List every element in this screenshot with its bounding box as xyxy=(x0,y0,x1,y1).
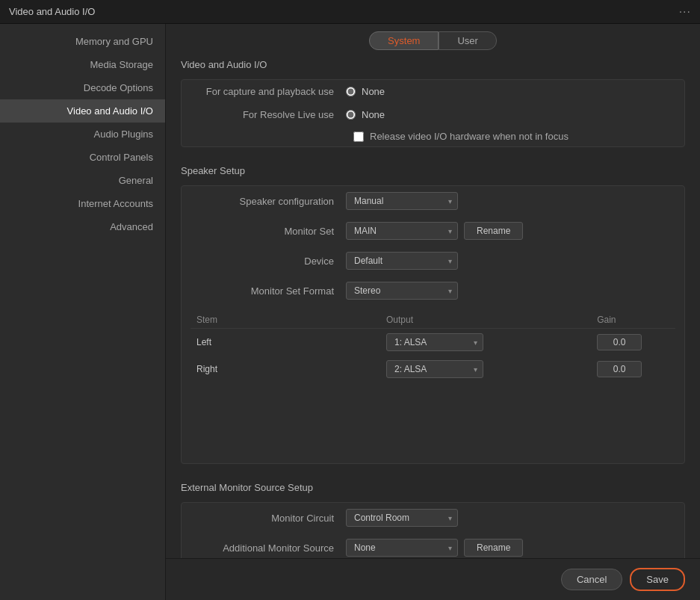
capture-radio[interactable] xyxy=(346,87,356,96)
output-left-select-wrap: 1: ALSA 2: ALSA ▾ xyxy=(386,333,483,351)
release-hardware-checkbox[interactable] xyxy=(353,132,364,142)
stems-table: Stem Output Gain Left xyxy=(191,312,675,383)
speaker-setup-box: Speaker configuration Manual Stereo 5.1 … xyxy=(181,185,685,464)
scroll-content: Video and Audio I/O For capture and play… xyxy=(166,56,700,558)
output-right-wrap: 1: ALSA 2: ALSA ▾ xyxy=(380,356,591,383)
resolve-live-value: None xyxy=(362,109,385,120)
monitor-set-rename-button[interactable]: Rename xyxy=(464,222,523,240)
device-select[interactable]: Default xyxy=(346,252,458,270)
resolve-live-radio-group: None xyxy=(346,109,385,120)
external-monitor-title: External Monitor Source Setup xyxy=(181,479,685,496)
title-bar-text: Video and Audio I/O xyxy=(9,6,95,17)
monitor-circuit-select[interactable]: Control Room None xyxy=(346,509,458,527)
stem-right: Right xyxy=(191,356,380,383)
sidebar-item-internet-accounts[interactable]: Internet Accounts xyxy=(0,192,165,215)
release-hardware-label: Release video I/O hardware when not in f… xyxy=(370,131,569,142)
table-empty-space xyxy=(191,383,675,457)
main-layout: Memory and GPU Media Storage Decode Opti… xyxy=(0,24,700,600)
output-right-select[interactable]: 1: ALSA 2: ALSA xyxy=(386,360,483,378)
monitor-format-select[interactable]: Stereo 5.1 7.1 xyxy=(346,282,458,300)
speaker-config-row: Speaker configuration Manual Stereo 5.1 … xyxy=(182,186,684,216)
additional-monitor-label: Additional Monitor Source xyxy=(196,542,346,554)
bottom-bar: Cancel Save xyxy=(166,558,700,600)
output-left-wrap: 1: ALSA 2: ALSA ▾ xyxy=(380,329,591,356)
output-right-select-wrap: 1: ALSA 2: ALSA ▾ xyxy=(386,360,483,378)
resolve-live-row: For Resolve Live use None xyxy=(182,103,684,126)
device-label: Device xyxy=(196,256,346,267)
stem-left: Left xyxy=(191,329,380,356)
sidebar-item-general[interactable]: General xyxy=(0,169,165,192)
additional-monitor-select-wrap: None ▾ xyxy=(346,539,458,557)
sidebar-item-memory-gpu[interactable]: Memory and GPU xyxy=(0,30,165,53)
speaker-setup-title: Speaker Setup xyxy=(181,162,685,179)
gain-left-input[interactable] xyxy=(597,334,642,350)
monitor-set-row: Monitor Set MAIN ▾ Rename xyxy=(182,216,684,246)
monitor-circuit-select-wrap: Control Room None ▾ xyxy=(346,509,458,527)
col-header-gain: Gain xyxy=(591,312,675,329)
table-row: Right 1: ALSA 2: ALSA ▾ xyxy=(191,356,675,383)
additional-monitor-row: Additional Monitor Source None ▾ Rename xyxy=(182,533,684,558)
col-header-stem: Stem xyxy=(191,312,380,329)
sidebar-item-control-panels[interactable]: Control Panels xyxy=(0,146,165,169)
sidebar-item-video-audio-io[interactable]: Video and Audio I/O xyxy=(0,99,165,123)
col-header-output: Output xyxy=(380,312,591,329)
table-row: Left 1: ALSA 2: ALSA ▾ xyxy=(191,329,675,356)
top-tabs: System User xyxy=(166,24,700,56)
external-monitor-box: Monitor Circuit Control Room None ▾ Addi… xyxy=(181,502,685,558)
cancel-button[interactable]: Cancel xyxy=(561,569,622,590)
release-hardware-row: Release video I/O hardware when not in f… xyxy=(182,126,684,146)
sidebar-item-decode-options[interactable]: Decode Options xyxy=(0,76,165,99)
speaker-config-select-wrap: Manual Stereo 5.1 7.1 ▾ xyxy=(346,192,458,210)
device-row: Device Default ▾ xyxy=(182,246,684,276)
monitor-format-select-wrap: Stereo 5.1 7.1 ▾ xyxy=(346,282,458,300)
gain-right-wrap xyxy=(591,356,675,383)
tab-system[interactable]: System xyxy=(369,31,439,50)
capture-row: For capture and playback use None xyxy=(182,80,684,103)
output-left-select[interactable]: 1: ALSA 2: ALSA xyxy=(386,333,483,351)
save-button[interactable]: Save xyxy=(630,568,685,591)
gain-left-wrap xyxy=(591,329,675,356)
video-audio-io-title: Video and Audio I/O xyxy=(181,56,685,73)
capture-label: For capture and playback use xyxy=(196,86,346,97)
monitor-circuit-label: Monitor Circuit xyxy=(196,513,346,524)
additional-monitor-rename-button[interactable]: Rename xyxy=(464,539,523,557)
content-area: System User Video and Audio I/O For capt… xyxy=(166,24,700,600)
monitor-format-row: Monitor Set Format Stereo 5.1 7.1 ▾ xyxy=(182,276,684,306)
stems-table-section: Stem Output Gain Left xyxy=(182,306,684,463)
monitor-set-select[interactable]: MAIN xyxy=(346,222,458,240)
resolve-live-label: For Resolve Live use xyxy=(196,109,346,120)
capture-value: None xyxy=(362,86,385,97)
monitor-set-label: Monitor Set xyxy=(196,226,346,237)
title-bar: Video and Audio I/O ··· xyxy=(0,0,700,24)
tab-user[interactable]: User xyxy=(439,31,496,50)
monitor-set-select-wrap: MAIN ▾ xyxy=(346,222,458,240)
speaker-config-select[interactable]: Manual Stereo 5.1 7.1 xyxy=(346,192,458,210)
video-audio-io-box: For capture and playback use None For Re… xyxy=(181,79,685,147)
device-select-wrap: Default ▾ xyxy=(346,252,458,270)
speaker-config-label: Speaker configuration xyxy=(196,196,346,207)
sidebar-item-media-storage[interactable]: Media Storage xyxy=(0,53,165,76)
title-bar-menu[interactable]: ··· xyxy=(679,5,691,19)
sidebar-item-advanced[interactable]: Advanced xyxy=(0,215,165,238)
sidebar: Memory and GPU Media Storage Decode Opti… xyxy=(0,24,166,600)
monitor-circuit-row: Monitor Circuit Control Room None ▾ xyxy=(182,503,684,533)
gain-right-input[interactable] xyxy=(597,361,642,377)
resolve-live-radio[interactable] xyxy=(346,110,356,120)
sidebar-item-audio-plugins[interactable]: Audio Plugins xyxy=(0,123,165,146)
additional-monitor-select[interactable]: None xyxy=(346,539,458,557)
capture-radio-group: None xyxy=(346,86,385,97)
monitor-format-label: Monitor Set Format xyxy=(196,285,346,297)
